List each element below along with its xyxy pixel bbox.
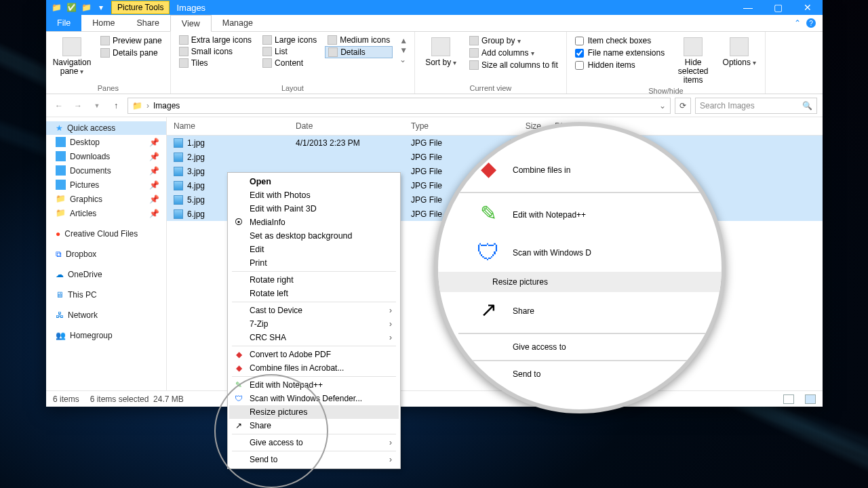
back-button[interactable]: ←	[52, 98, 66, 113]
pin-icon: 📌	[149, 209, 159, 218]
sidebar-item-dropbox[interactable]: ⧉Dropbox	[46, 247, 166, 261]
qat-newfolder-icon[interactable]: 📁	[81, 3, 91, 12]
sidebar-item-pictures[interactable]: Pictures📌	[46, 178, 166, 192]
search-box[interactable]: Search Images 🔍	[695, 98, 817, 114]
sidebar-item-homegroup[interactable]: 👥Homegroup	[46, 329, 166, 342]
address-bar[interactable]: 📁› Images ⌄	[127, 98, 671, 114]
sidebar-item-articles[interactable]: 📁Articles📌	[46, 206, 166, 220]
menu-cast[interactable]: Cast to Device›	[229, 304, 399, 317]
sidebar-item-onedrive[interactable]: ☁OneDrive	[46, 268, 166, 281]
tab-manage[interactable]: Manage	[212, 15, 264, 31]
layout-small[interactable]: Small icons	[176, 46, 254, 57]
zoom-overlay: ◆Combine files in ✎Edit with Notepad++ 🛡…	[434, 122, 726, 413]
layout-scroll-up[interactable]: ▲	[399, 36, 408, 45]
sidebar-item-graphics[interactable]: 📁Graphics📌	[46, 192, 166, 206]
sidebar-item-downloads[interactable]: Downloads📌	[46, 149, 166, 163]
sidebar-item-desktop[interactable]: Desktop📌	[46, 135, 166, 149]
layout-details[interactable]: Details	[325, 46, 393, 58]
tab-file[interactable]: File	[46, 15, 81, 31]
refresh-button[interactable]: ⟳	[675, 98, 691, 114]
column-date[interactable]: Date	[289, 117, 404, 135]
menu-resize-pictures[interactable]: Resize pictures	[229, 405, 399, 419]
tab-home[interactable]: Home	[81, 15, 125, 31]
status-size: 24.7 MB	[153, 394, 184, 404]
address-segment[interactable]: Images	[153, 101, 180, 110]
image-file-icon	[174, 167, 183, 176]
menu-convert-pdf[interactable]: ◆Convert to Adobe PDF	[229, 348, 399, 361]
dropbox-icon: ⧉	[56, 249, 62, 259]
menu-send-to[interactable]: Send to›	[229, 453, 399, 466]
preview-pane-button[interactable]: Preview pane	[98, 35, 165, 47]
sort-by-button[interactable]: Sort by	[420, 35, 461, 67]
minimize-button[interactable]: —	[733, 0, 763, 15]
hide-selected-button[interactable]: Hide selected items	[673, 35, 713, 85]
forward-button[interactable]: →	[71, 98, 85, 113]
tab-share[interactable]: Share	[126, 15, 170, 31]
details-pane-button[interactable]: Details pane	[98, 47, 165, 59]
menu-crc-sha[interactable]: CRC SHA›	[229, 331, 399, 344]
menu-set-desktop-bg[interactable]: Set as desktop background	[229, 229, 399, 243]
menu-rotate-left[interactable]: Rotate left	[229, 287, 399, 300]
menu-combine-acrobat[interactable]: ◆Combine files in Acrobat...	[229, 361, 399, 375]
up-button[interactable]: ↑	[108, 98, 123, 113]
pin-icon: 📌	[149, 166, 159, 176]
menu-mediainfo[interactable]: ⦿MediaInfo	[229, 216, 399, 229]
menu-edit[interactable]: Edit	[229, 243, 399, 256]
item-checkboxes-toggle[interactable]: Item check boxes	[572, 35, 667, 47]
column-type[interactable]: Type	[404, 117, 490, 135]
menu-print[interactable]: Print	[229, 256, 399, 270]
menu-edit-paint3d[interactable]: Edit with Paint 3D	[229, 202, 399, 216]
layout-large[interactable]: Large icons	[260, 35, 319, 45]
layout-content[interactable]: Content	[260, 58, 319, 68]
menu-edit-photos[interactable]: Edit with Photos	[229, 188, 399, 202]
search-icon: 🔍	[802, 101, 812, 110]
tab-view[interactable]: View	[170, 15, 212, 32]
close-button[interactable]: ✕	[793, 0, 823, 15]
sidebar-item-this-pc[interactable]: 🖥This PC	[46, 288, 166, 302]
layout-list[interactable]: List	[260, 46, 319, 57]
sidebar-item-creative-cloud[interactable]: ●Creative Cloud Files	[46, 227, 166, 241]
menu-scan-defender[interactable]: 🛡Scan with Windows Defender...	[229, 392, 399, 405]
menu-edit-notepadpp[interactable]: ✎Edit with Notepad++	[229, 378, 399, 392]
context-menu: Open Edit with Photos Edit with Paint 3D…	[227, 172, 401, 469]
column-name[interactable]: Name	[167, 117, 289, 135]
layout-tiles[interactable]: Tiles	[176, 58, 254, 68]
view-details-icon[interactable]	[783, 394, 794, 404]
menu-share[interactable]: ↗Share	[229, 419, 399, 432]
group-by-button[interactable]: Group by	[467, 35, 561, 47]
status-count: 6 items	[53, 394, 79, 404]
add-columns-button[interactable]: Add columns	[467, 47, 561, 59]
maximize-button[interactable]: ▢	[763, 0, 793, 15]
layout-scroll-down[interactable]: ▼	[399, 45, 408, 55]
qat-dropdown-icon[interactable]: ▾	[96, 3, 106, 12]
options-button[interactable]: Options	[719, 35, 760, 67]
qat-properties-icon[interactable]: ✅	[66, 3, 76, 12]
help-icon[interactable]: ?	[806, 18, 816, 28]
layout-medium[interactable]: Medium icons	[325, 35, 393, 45]
search-placeholder: Search Images	[700, 101, 755, 110]
menu-give-access[interactable]: Give access to›	[229, 436, 399, 449]
filename-ext-toggle[interactable]: File name extensions	[572, 47, 667, 59]
sidebar-item-network[interactable]: 🖧Network	[46, 308, 166, 322]
onedrive-icon: ☁	[56, 270, 64, 279]
sidebar-quick-access[interactable]: ★Quick access	[46, 121, 166, 135]
size-columns-button[interactable]: Size all columns to fit	[467, 59, 561, 71]
collapse-ribbon-icon[interactable]: ⌃	[794, 18, 801, 28]
sidebar-item-documents[interactable]: Documents📌	[46, 163, 166, 178]
menu-rotate-right[interactable]: Rotate right	[229, 273, 399, 287]
hidden-items-toggle[interactable]: Hidden items	[572, 59, 667, 71]
folder-icon: 📁	[132, 101, 142, 110]
layout-xl[interactable]: Extra large icons	[176, 35, 254, 45]
menu-7zip[interactable]: 7-Zip›	[229, 317, 399, 331]
view-thumbnails-icon[interactable]	[805, 394, 816, 404]
address-dropdown-icon[interactable]: ⌄	[659, 101, 666, 110]
notepadpp-icon: ✎	[233, 380, 244, 390]
recent-locations-button[interactable]: ▼	[90, 98, 104, 113]
menu-open[interactable]: Open	[229, 175, 399, 188]
layout-expand[interactable]: ⌄	[399, 55, 408, 64]
file-row[interactable]: 1.jpg4/1/2013 2:23 PMJPG File4,436 KB469…	[167, 136, 823, 150]
status-bar: 6 items 6 items selected 24.7 MB	[46, 390, 823, 407]
share-icon: ↗	[233, 420, 244, 431]
image-file-icon	[174, 152, 183, 162]
navigation-pane-button[interactable]: Navigation pane	[52, 35, 92, 76]
